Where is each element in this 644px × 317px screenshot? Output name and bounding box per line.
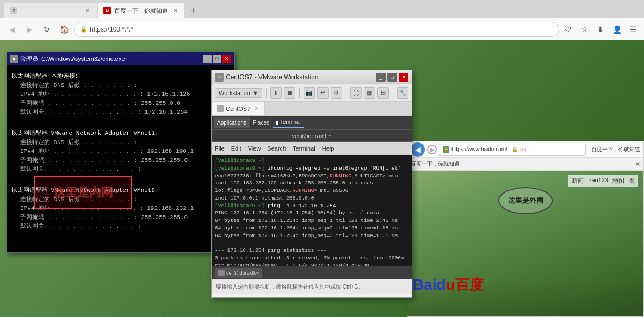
baidu-news-bar: 新闻 hao123 地图 视 [568, 175, 638, 187]
vmware-minimize-button[interactable]: _ [376, 73, 386, 82]
cmd-titlebar: ■ 管理员: C:\Windows\system32\cmd.exe _ □ ✕ [7, 52, 234, 65]
terminal-window[interactable]: Applications Places ▮ Terminal veli@idor… [212, 116, 412, 266]
revert-button[interactable]: ↩ [317, 87, 329, 99]
address-text: https://100.*.*.* [90, 26, 133, 33]
menu-icon[interactable]: ☰ [627, 23, 640, 36]
term-line-8: PING 172.16.1.254 (172.16.1.254) 56(84) … [215, 209, 408, 217]
baidu-panel: ◀ ▶ 🔒 https://www.baidu.com/ 🔒 📖 百度一下，你就… [407, 141, 644, 317]
baidu-forward-button[interactable]: ▶ [427, 145, 437, 154]
term-line-1: [veli@idorax9 ~] [215, 157, 408, 165]
bookmark-star-icon[interactable]: ☆ [578, 23, 591, 36]
term-line-7: [veli@idorax9 ~] ping -c 3 172.16.1.254 [215, 202, 408, 210]
vmware-statusbar: 要将输入定向到虚拟机，请将鼠标指针移入其中或按 Ctrl+G。 [212, 279, 412, 294]
centos-tab-label: CentOS7 [226, 105, 250, 112]
neiwang-overlay: 这里是内网 [34, 176, 132, 209]
browser-tab-1[interactable]: ⚙ —————————— ✕ [4, 3, 97, 18]
baidu-news-link[interactable]: 新闻 [572, 177, 584, 185]
user-icon[interactable]: 👤 [610, 23, 623, 36]
baidu-map-link[interactable]: 地图 [612, 177, 624, 185]
baidu-url: https://www.baidu.com/ [451, 146, 507, 152]
terminal-button[interactable]: ▮ Terminal [273, 117, 304, 128]
places-label: Places [253, 120, 269, 126]
forward-button[interactable]: ▶ [22, 22, 37, 37]
vmware-toolbar: Workstation ▼ ⏸ ⏹ 📷 ↩ ⚙ ⛶ ▦ ⊞ 🔧 [212, 84, 412, 102]
waiwang-bubble: 这里是外网 [498, 187, 553, 214]
terminal-label: Terminal [280, 119, 301, 125]
unity-button[interactable]: ▦ [364, 87, 375, 99]
terminal-header: veli@idorax9:~ [212, 130, 412, 142]
vmware-close-button[interactable]: ✕ [399, 73, 408, 82]
download-icon[interactable]: ⬇ [594, 23, 607, 36]
centos-tab-close[interactable]: ✕ [255, 105, 259, 111]
baidu-nav-bar: ◀ ▶ 🔒 https://www.baidu.com/ 🔒 📖 百度一下，你就… [407, 141, 643, 158]
workstation-label: Workstation [219, 90, 250, 96]
taskbar-terminal-item[interactable]: veli@idorax9:~ [215, 268, 262, 278]
view-button[interactable]: ⊞ [377, 87, 389, 99]
menu-view[interactable]: View [248, 145, 261, 152]
workstation-dropdown[interactable]: Workstation ▼ [215, 88, 262, 98]
stop-button[interactable]: ⏹ [284, 87, 295, 99]
menu-edit[interactable]: Edit [231, 145, 242, 152]
menu-file[interactable]: File [215, 145, 225, 152]
menu-terminal[interactable]: Terminal [293, 145, 315, 152]
waiwang-text: 这里是外网 [508, 196, 543, 206]
lock-icon: 🔒 [443, 146, 449, 153]
term-line-4: inet 192.168.232.129 netmask 255.255.255… [215, 179, 408, 187]
pause-button[interactable]: ⏸ [270, 87, 282, 99]
tab-close-1[interactable]: ✕ [84, 7, 91, 14]
toolbar-separator-2 [299, 88, 300, 98]
vmware-window: CentOS7 - VMware Workstation _ □ ✕ Works… [211, 70, 412, 298]
terminal-icon: ▮ [276, 120, 278, 125]
cmd-content: 以太网适配器 本地连接: 连接特定的 DNS 后缀 . . . . . . . … [7, 65, 234, 252]
vmware-tab-centos7[interactable]: CentOS7 ✕ [212, 102, 265, 115]
refresh-button[interactable]: ↻ [39, 22, 54, 37]
manage-button[interactable]: ⚙ [331, 87, 342, 99]
applications-button[interactable]: Applications [214, 117, 250, 128]
menu-help[interactable]: Help [322, 145, 335, 152]
vmware-titlebar-buttons: _ □ ✕ [376, 73, 408, 82]
baidu-back-button[interactable]: ◀ [411, 142, 425, 157]
cmd-gw-3: 默认网关. . . . . . . . . . . . . : [11, 222, 230, 231]
baidu-more-link[interactable]: 视 [629, 177, 635, 185]
baidu-close-button[interactable]: ✕ [635, 160, 640, 168]
cmd-icon: ■ [10, 55, 18, 63]
baidu-content: 新闻 hao123 地图 视 这里是外网 Baidu百度 [407, 171, 643, 316]
baidu-address-bar[interactable]: 🔒 https://www.baidu.com/ 🔒 📖 [439, 144, 586, 156]
cmd-mask-1: 子网掩码 . . . . . . . . . . . . : 255.255.0… [11, 99, 230, 108]
neiwang-text: 这里是内网 [53, 184, 113, 201]
fullscreen-button[interactable]: ⛶ [350, 87, 362, 99]
new-tab-button[interactable]: + [185, 3, 201, 18]
cmd-gw-1: 默认网关. . . . . . . . . . . . . : 172.16.1… [11, 108, 230, 117]
tab-favicon-1: ⚙ [10, 7, 17, 14]
cmd-minimize-button[interactable]: _ [203, 55, 212, 63]
centos-tab-icon [217, 105, 224, 112]
browser-tab-2[interactable]: B 百度一下，你就知道 ✕ [98, 3, 184, 18]
term-line-13: 3 packets transmitted, 3 received, 0% pa… [215, 254, 408, 262]
vmware-title: CentOS7 - VMware Workstation [226, 73, 319, 81]
cmd-close-button[interactable]: ✕ [222, 55, 231, 63]
menu-search[interactable]: Search [267, 145, 286, 152]
terminal-content[interactable]: [veli@idorax9 ~] [veli@idorax9 ~] ifconf… [212, 155, 412, 266]
address-bar[interactable]: 🔒 https://100.*.*.* [74, 22, 559, 37]
back-button[interactable]: ◀ [4, 22, 20, 37]
baidu-tab-title: 百度一下，你就知道 [591, 146, 640, 153]
tab-close-2[interactable]: ✕ [171, 7, 179, 14]
baidu-hao123-link[interactable]: hao123 [588, 177, 608, 185]
cmd-title: 管理员: C:\Windows\system32\cmd.exe [20, 55, 125, 63]
dropdown-arrow-icon: ▼ [252, 90, 258, 96]
cmd-titlebar-buttons: _ □ ✕ [203, 55, 231, 63]
snapshot-button[interactable]: 📷 [304, 87, 315, 99]
cmd-ipv4-1: IPv4 地址 . . . . . . . . . . . . : 172.16… [11, 90, 230, 99]
term-line-10: 64 bytes from 172.16.1.254: icmp_seq=2 t… [215, 225, 408, 232]
vmware-maximize-button[interactable]: □ [387, 73, 397, 82]
shield-icon: 🛡 [561, 23, 574, 36]
taskbar-terminal-label: veli@idorax9:~ [226, 270, 259, 276]
cmd-restore-button[interactable]: □ [213, 55, 221, 63]
places-button[interactable]: Places [250, 117, 273, 128]
term-line-11: 64 bytes from 172.16.1.254: icmp_seq=3 t… [215, 232, 408, 240]
home-button[interactable]: 🏠 [57, 22, 72, 37]
settings-button[interactable]: 🔧 [397, 87, 408, 99]
term-line-14: rtt min/avg/max/mdev = 1.188/4.922/11.12… [215, 262, 408, 266]
vmware-titlebar: CentOS7 - VMware Workstation _ □ ✕ [212, 70, 412, 84]
taskbar-terminal-icon [218, 270, 225, 276]
